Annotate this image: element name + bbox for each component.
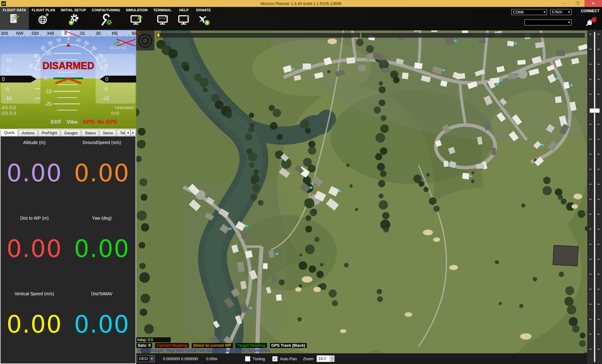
close-button[interactable]: ✕ — [584, 0, 602, 7]
tab-servo[interactable]: Servo — [99, 130, 116, 136]
hud-speeds: AS 0.0 GS 0.0 — [2, 105, 16, 116]
svg-text:20: 20 — [46, 51, 52, 56]
hud-vibe-label[interactable]: Vibe — [67, 119, 78, 125]
tab-quick[interactable]: Quick — [1, 129, 18, 136]
house — [414, 62, 423, 69]
svg-text:345: 345 — [47, 31, 54, 36]
svg-text:-10: -10 — [4, 96, 12, 101]
quick-cell-altitude[interactable]: Altitude (m) 0.00 — [1, 136, 68, 212]
svg-text:AS 0.0: AS 0.0 — [2, 105, 16, 110]
menu-terminal-label: TERMINAL — [153, 8, 172, 12]
quick-label: Altitude (m) — [1, 140, 68, 145]
satellite-imagery — [136, 30, 587, 364]
zoom-label: Zoom — [303, 356, 313, 361]
svg-text:Unknown: Unknown — [115, 105, 134, 110]
quick-cell-groundspeed[interactable]: GroundSpeed (m/s) 0.00 — [68, 136, 136, 212]
svg-text:0: 0 — [2, 77, 5, 82]
house — [358, 65, 365, 72]
tab-preflight[interactable]: PreFlight — [38, 130, 60, 136]
map-origin-label: 0 — [137, 30, 139, 35]
house — [443, 161, 448, 167]
baud-rate-select[interactable]: 57600 — [550, 9, 572, 15]
hud[interactable]: 300 NW 330 345 0 15 30 NE 60 — [0, 30, 136, 129]
map-type-value: GEO — [137, 356, 149, 361]
zoom-decrement-icon[interactable]: ▼ — [330, 359, 334, 362]
menu-simulation[interactable]: SIMULATION — [123, 7, 151, 30]
tab-gauges[interactable]: Gauges — [61, 130, 81, 136]
maximize-button[interactable]: ❐ — [571, 0, 584, 7]
tab-scroll-right-icon[interactable]: ► — [131, 130, 136, 136]
secondary-port-select[interactable] — [525, 19, 572, 25]
com-port-value: COM6 — [512, 10, 542, 14]
legend-direct-to-wp: Direct to current WP — [192, 343, 233, 348]
zoom-slider-handle[interactable] — [589, 108, 600, 113]
menu-donate-label: DONATE — [196, 8, 211, 12]
svg-text:10: 10 — [6, 58, 12, 63]
quick-label: GroundSpeed (m/s) — [68, 140, 136, 145]
map-type-select[interactable]: GEO — [137, 355, 155, 362]
menu-flight-plan-label: FLIGHT PLAN — [32, 8, 55, 12]
hud-ekf-label[interactable]: EKF — [51, 119, 61, 125]
house — [517, 60, 526, 65]
menu-flight-data[interactable]: FLIGHT DATA — [0, 7, 29, 30]
menu-initial-setup-label: INITIAL SETUP — [61, 8, 86, 12]
hud-alt-tape: 10 5 -5 -10 0 — [96, 54, 136, 104]
svg-text:?: ? — [186, 14, 189, 21]
svg-text:-10: -10 — [45, 89, 52, 94]
help-icon: ? — [177, 13, 190, 26]
menu-terminal[interactable]: TERMINAL — [151, 7, 174, 30]
house — [431, 30, 437, 32]
quick-label: Vertical Speed (m/s) — [1, 291, 68, 296]
menu-donate[interactable]: DONATE $ — [193, 7, 214, 30]
map-type-dropdown-arrow — [149, 356, 154, 361]
svg-text:5: 5 — [6, 67, 9, 72]
house — [507, 41, 514, 46]
hud-arm-status: DISARMED — [42, 60, 94, 71]
menu-config-tuning-label: CONFIG/TUNING — [92, 8, 120, 12]
baud-rate-value: 57600 — [551, 10, 567, 14]
menu-flight-data-label: FLIGHT DATA — [3, 8, 26, 12]
minimize-button[interactable]: – — [557, 0, 571, 7]
menu-help-label: HELP — [179, 8, 189, 12]
svg-text:-10: -10 — [102, 96, 109, 101]
legend-target-heading: Target Heading — [236, 343, 267, 348]
menu-flight-plan[interactable]: FLIGHT PLAN — [29, 7, 58, 30]
donate-icon: $ — [197, 13, 210, 26]
quick-value: 0.00 — [1, 159, 68, 187]
svg-text:330: 330 — [31, 31, 39, 36]
house — [456, 73, 465, 79]
svg-text:NW: NW — [16, 31, 24, 36]
com-port-select[interactable]: COM6 — [511, 9, 547, 15]
quick-cell-dist-to-wp[interactable]: Dist to WP (m) 0.00 — [1, 212, 68, 288]
initial-setup-icon — [67, 13, 80, 26]
tab-actions[interactable]: Actions — [19, 130, 38, 136]
quick-label: Dist to WP (m) — [1, 216, 68, 221]
connect-button-label[interactable]: CONNECT — [581, 9, 599, 13]
svg-text:30: 30 — [96, 31, 101, 36]
svg-text:0: 0 — [105, 77, 108, 82]
quick-cell-vertical-speed[interactable]: Vertical Speed (m/s) 0.00 — [1, 288, 68, 363]
com-port-dropdown-arrow — [542, 9, 547, 15]
zoom-spinner[interactable]: 18.0 ▲ ▼ — [317, 355, 335, 362]
menu-help[interactable]: HELP ? — [174, 7, 193, 30]
svg-text:10: 10 — [101, 58, 107, 63]
zoom-slider-track[interactable] — [594, 32, 595, 362]
tab-scroll-left-icon[interactable]: ◄ — [125, 130, 131, 136]
tuning-checkbox[interactable] — [245, 356, 250, 361]
menu-config-tuning[interactable]: CONFIG/TUNING — [89, 7, 123, 30]
secondary-port-dropdown-arrow — [567, 20, 571, 25]
quick-cell-disttomav[interactable]: DistToMAV 0.00 — [68, 288, 136, 363]
quick-value: 0.00 — [1, 310, 68, 338]
connect-plug-icon[interactable] — [585, 15, 598, 28]
autopan-checkbox[interactable]: ✓ — [272, 356, 278, 361]
map-canvas[interactable]: 0 hdop: 0.0 Sats: 0 Current Heading Dire… — [136, 30, 587, 364]
menu-initial-setup[interactable]: INITIAL SETUP — [58, 7, 89, 30]
zoom-increment-icon[interactable]: ▲ — [330, 356, 334, 359]
tuning-label: Tuning — [253, 356, 265, 361]
quick-cell-yaw[interactable]: Yaw (deg) 0.00 — [68, 212, 136, 288]
tab-status[interactable]: Status — [82, 130, 99, 136]
home-marker-icon[interactable] — [157, 33, 160, 37]
baud-rate-dropdown-arrow — [567, 9, 571, 15]
house — [303, 63, 311, 69]
zoom-value: 18.0 — [317, 356, 330, 362]
